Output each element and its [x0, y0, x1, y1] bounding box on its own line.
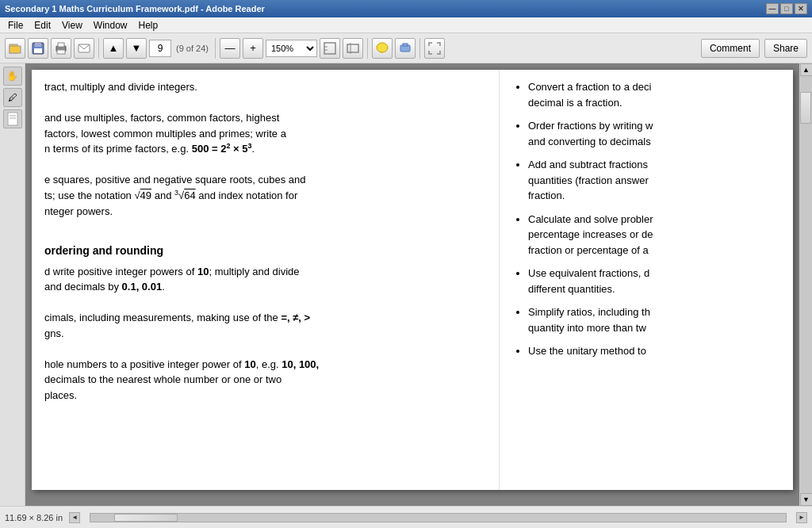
menu-view[interactable]: View: [57, 18, 87, 33]
bullet-text-3: Add and subtract fractionsquantities (fr…: [528, 159, 649, 201]
left-text-2: and use multiples, factors, common facto…: [44, 110, 486, 126]
toolbar-right: Comment Share: [701, 39, 807, 58]
left-column: tract, multiply and divide integers. and…: [32, 70, 500, 490]
pdf-page: tract, multiply and divide integers. and…: [32, 70, 793, 490]
svg-rect-17: [403, 44, 408, 46]
left-text-3: factors, lowest common multiples and pri…: [44, 126, 486, 142]
fit-width-button[interactable]: [343, 38, 363, 59]
title-bar: Secondary 1 Maths Curriculum Framework.p…: [0, 0, 812, 17]
separator-2: [215, 38, 216, 59]
zoom-out-button[interactable]: —: [220, 38, 240, 59]
zoom-select[interactable]: 50% 75% 100% 125% 150% 200%: [266, 40, 317, 57]
left-text-12: hole numbers to a positive integer power…: [44, 357, 486, 373]
right-column: Convert a fraction to a decidecimal is a…: [500, 70, 793, 490]
left-text-7: nteger powers.: [44, 204, 486, 220]
scroll-right-arrow[interactable]: ►: [796, 512, 807, 523]
bullet-item-6: Simplify ratios, including thquantity in…: [528, 304, 780, 335]
bullet-item-4: Calculate and solve problerpercentage in…: [528, 212, 780, 258]
left-panel: ✋ 🖊: [0, 63, 25, 506]
bullet-item-3: Add and subtract fractionsquantities (fr…: [528, 157, 780, 204]
email-button[interactable]: [74, 38, 94, 59]
left-text-14: places.: [44, 388, 486, 404]
bullet-list: Convert a fraction to a decidecimal is a…: [528, 79, 780, 359]
bullet-text-7: Use the unitary method to: [528, 345, 646, 357]
svg-rect-6: [58, 43, 64, 47]
separator-4: [419, 38, 420, 59]
separator-1: [98, 38, 99, 59]
svg-point-14: [377, 43, 388, 52]
left-text-4: n terms of its prime factors, e.g. 500 =…: [44, 141, 486, 157]
menu-bar: File Edit View Window Help: [0, 17, 812, 33]
bullet-text-2: Order fractions by writing wand converti…: [528, 120, 653, 147]
page-info: (9 of 24): [174, 44, 211, 53]
page-number-input[interactable]: 9: [149, 40, 171, 57]
tool-hand[interactable]: ✋: [3, 67, 22, 86]
svg-rect-7: [57, 50, 65, 54]
bullet-text-5: Use equivalent fractions, ddifferent qua…: [528, 267, 649, 295]
separator-3: [367, 38, 368, 59]
left-text-1: tract, multiply and divide integers.: [44, 79, 486, 95]
scroll-up-arrow[interactable]: ▲: [800, 63, 813, 76]
left-text-5: e squares, positive and negative square …: [44, 172, 486, 188]
svg-rect-18: [8, 113, 17, 125]
main-area: ✋ 🖊 tract, multiply and divide integers.…: [0, 63, 812, 506]
share-button[interactable]: Share: [764, 39, 807, 58]
bullet-item-2: Order fractions by writing wand converti…: [528, 118, 780, 149]
left-text-10: cimals, including measurements, making u…: [44, 310, 486, 326]
document-area[interactable]: tract, multiply and divide integers. and…: [25, 63, 799, 506]
fit-page-button[interactable]: [320, 38, 340, 59]
maximize-button[interactable]: □: [780, 3, 793, 14]
left-text-9: and decimals by 0.1, 0.01.: [44, 279, 486, 295]
menu-window[interactable]: Window: [89, 18, 132, 33]
right-scrollbar: ▲ ▼: [799, 63, 812, 506]
svg-rect-9: [324, 43, 335, 54]
bullet-item-7: Use the unitary method to: [528, 343, 780, 359]
scroll-down-arrow[interactable]: ▼: [800, 493, 813, 506]
h-scroll-thumb[interactable]: [114, 514, 178, 522]
section-heading: ordering and rounding: [44, 243, 486, 259]
zoom-in-button[interactable]: +: [243, 38, 263, 59]
menu-edit[interactable]: Edit: [29, 18, 56, 33]
bullet-item-1: Convert a fraction to a decidecimal is a…: [528, 79, 780, 110]
open-button[interactable]: [5, 38, 25, 59]
left-text-11: gns.: [44, 326, 486, 342]
scroll-left-arrow[interactable]: ◄: [69, 512, 80, 523]
minimize-button[interactable]: —: [766, 3, 779, 14]
h-scroll-track[interactable]: [90, 513, 787, 522]
svg-rect-12: [347, 44, 358, 52]
status-bar-left: 11.69 × 8.26 in: [5, 513, 63, 522]
svg-rect-4: [34, 48, 42, 53]
tool-select[interactable]: 🖊: [3, 88, 22, 107]
app-title: Secondary 1 Maths Curriculum Framework.p…: [5, 4, 265, 13]
bullet-item-5: Use equivalent fractions, ddifferent qua…: [528, 266, 780, 297]
toolbar: ▲ ▼ 9 (9 of 24) — + 50% 75% 100% 125% 15…: [0, 33, 812, 63]
next-page-button[interactable]: ▼: [126, 38, 147, 59]
close-button[interactable]: ✕: [795, 3, 807, 14]
comment-tool-button[interactable]: [372, 38, 393, 59]
title-bar-controls: — □ ✕: [766, 3, 807, 14]
scroll-thumb[interactable]: [800, 92, 811, 124]
menu-file[interactable]: File: [3, 18, 28, 33]
bullet-text-6: Simplify ratios, including thquantity in…: [528, 306, 650, 334]
bullet-text-4: Calculate and solve problerpercentage in…: [528, 213, 653, 256]
stamp-button[interactable]: [395, 38, 416, 59]
svg-rect-1: [10, 46, 21, 53]
tool-bookmark[interactable]: [3, 109, 22, 128]
dimensions-label: 11.69 × 8.26 in: [5, 513, 63, 522]
left-text-6: ts; use the notation √49 and 3√64 and in…: [44, 188, 486, 204]
left-text-8: d write positive integer powers of 10; m…: [44, 264, 486, 280]
print-button[interactable]: [51, 38, 71, 59]
prev-page-button[interactable]: ▲: [103, 38, 124, 59]
svg-rect-3: [35, 43, 41, 47]
left-text-13: decimals to the nearest whole number or …: [44, 372, 486, 388]
status-bar: 11.69 × 8.26 in ◄ ►: [0, 506, 812, 528]
comment-button[interactable]: Comment: [701, 39, 760, 58]
full-screen-button[interactable]: [424, 38, 445, 59]
bullet-text-1: Convert a fraction to a decidecimal is a…: [528, 81, 651, 109]
save-button[interactable]: [28, 38, 48, 59]
scroll-track[interactable]: [800, 76, 812, 493]
menu-help[interactable]: Help: [134, 18, 163, 33]
